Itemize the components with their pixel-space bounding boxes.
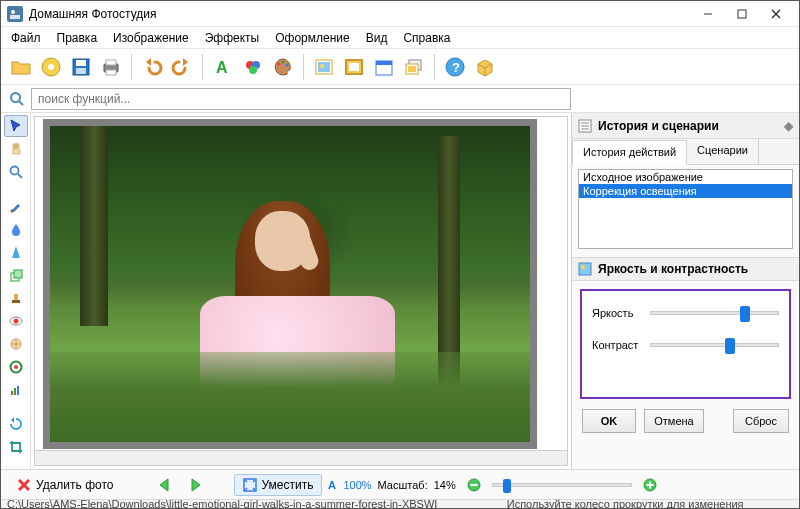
svg-rect-45: [14, 294, 18, 300]
menu-effects[interactable]: Эффекты: [199, 29, 266, 47]
tab-history[interactable]: История действий: [572, 140, 687, 165]
zoom-in-button[interactable]: [638, 473, 662, 497]
stamp-tool-icon[interactable]: [4, 287, 28, 309]
help-icon[interactable]: ?: [441, 53, 469, 81]
main-toolbar: A ?: [1, 49, 799, 85]
menu-edit[interactable]: Правка: [51, 29, 104, 47]
search-input[interactable]: [31, 88, 571, 110]
svg-point-21: [286, 63, 289, 66]
svg-text:A: A: [328, 479, 336, 491]
menu-decoration[interactable]: Оформление: [269, 29, 355, 47]
left-toolbar: [1, 113, 31, 469]
scale-value: 14%: [434, 479, 456, 491]
drop-tool-icon[interactable]: [4, 218, 28, 240]
zoom-slider[interactable]: [492, 483, 632, 487]
colors-icon[interactable]: [239, 53, 267, 81]
layers-icon[interactable]: [400, 53, 428, 81]
status-hint: Используйте колесо прокрутки для изменен…: [507, 498, 793, 510]
frame-icon[interactable]: [340, 53, 368, 81]
zoom-out-button[interactable]: [462, 473, 486, 497]
svg-text:?: ?: [452, 60, 460, 75]
open-folder-icon[interactable]: [7, 53, 35, 81]
svg-point-47: [13, 319, 18, 324]
next-image-button[interactable]: [184, 473, 208, 497]
calendar-icon[interactable]: [370, 53, 398, 81]
fit-label: Уместить: [261, 478, 313, 492]
redeye-tool-icon[interactable]: [4, 310, 28, 332]
history-item[interactable]: Исходное изображение: [579, 170, 792, 184]
svg-point-52: [14, 365, 18, 369]
image1-icon[interactable]: [310, 53, 338, 81]
delete-photo-button[interactable]: Удалить фото: [7, 473, 122, 497]
svg-point-19: [278, 62, 281, 65]
cancel-button[interactable]: Отмена: [644, 409, 704, 433]
history-item[interactable]: Коррекция освещения: [579, 184, 792, 198]
brightness-label: Яркость: [592, 307, 642, 319]
rotate-tool-icon[interactable]: [4, 413, 28, 435]
catalog-icon[interactable]: [37, 53, 65, 81]
pointer-tool-icon[interactable]: [4, 115, 28, 137]
menu-file[interactable]: Файл: [5, 29, 47, 47]
save-icon[interactable]: [67, 53, 95, 81]
box-icon[interactable]: [471, 53, 499, 81]
menu-image[interactable]: Изображение: [107, 29, 195, 47]
scale-label: Масштаб:: [378, 479, 428, 491]
contrast-slider[interactable]: [650, 343, 779, 347]
brightness-slider[interactable]: [650, 311, 779, 315]
svg-rect-55: [17, 386, 19, 395]
zoom-tool-icon[interactable]: [4, 161, 28, 183]
searchbar: [1, 85, 799, 113]
section-title: Яркость и контрастность: [598, 262, 748, 276]
svg-rect-13: [106, 60, 116, 65]
fit-button[interactable]: Уместить: [234, 474, 322, 496]
redo-icon[interactable]: [168, 53, 196, 81]
svg-point-61: [581, 265, 585, 269]
sharpen-tool-icon[interactable]: [4, 241, 28, 263]
reset-button[interactable]: Сброс: [733, 409, 789, 433]
search-icon[interactable]: [7, 89, 27, 109]
patch-tool-icon[interactable]: [4, 333, 28, 355]
menu-help[interactable]: Справка: [397, 29, 456, 47]
close-button[interactable]: [759, 3, 793, 25]
history-list[interactable]: Исходное изображение Коррекция освещения: [578, 169, 793, 249]
photo-preview: [50, 126, 530, 442]
horizontal-scrollbar[interactable]: [35, 450, 567, 465]
svg-rect-43: [14, 270, 22, 278]
app-icon: [7, 6, 23, 22]
svg-point-39: [10, 167, 18, 175]
svg-rect-23: [318, 62, 330, 72]
collapse-icon[interactable]: ◆: [784, 119, 793, 133]
statusbar: C:\Users\AMS-Elena\Downloads\little-emot…: [1, 499, 799, 509]
gradient-tool-icon[interactable]: [4, 356, 28, 378]
tab-scenarios[interactable]: Сценарии: [687, 139, 759, 164]
svg-rect-4: [738, 10, 746, 18]
bottom-toolbar: Удалить фото Уместить A 100% Масштаб: 14…: [1, 469, 799, 499]
svg-rect-26: [349, 63, 359, 71]
svg-point-1: [11, 10, 15, 14]
levels-tool-icon[interactable]: [4, 379, 28, 401]
delete-icon: [16, 477, 32, 493]
text-icon[interactable]: A: [209, 53, 237, 81]
clone-tool-icon[interactable]: [4, 264, 28, 286]
print-icon[interactable]: [97, 53, 125, 81]
maximize-button[interactable]: [725, 3, 759, 25]
svg-point-37: [11, 93, 20, 102]
ok-button[interactable]: OK: [582, 409, 636, 433]
crop-tool-icon[interactable]: [4, 436, 28, 458]
image-canvas[interactable]: [43, 119, 537, 449]
svg-text:A: A: [216, 59, 228, 76]
hand-tool-icon[interactable]: [4, 138, 28, 160]
zoom-100-button[interactable]: A 100%: [328, 479, 371, 491]
palette-icon[interactable]: [269, 53, 297, 81]
fit-icon: [243, 478, 257, 492]
window-title: Домашняя Фотостудия: [29, 7, 691, 21]
svg-line-38: [19, 101, 23, 105]
minimize-button[interactable]: [691, 3, 725, 25]
svg-point-20: [282, 60, 285, 63]
menu-view[interactable]: Вид: [360, 29, 394, 47]
svg-rect-10: [76, 60, 86, 66]
undo-icon[interactable]: [138, 53, 166, 81]
panel-title: История и сценарии: [598, 119, 719, 133]
brush-tool-icon[interactable]: [4, 195, 28, 217]
prev-image-button[interactable]: [154, 473, 178, 497]
